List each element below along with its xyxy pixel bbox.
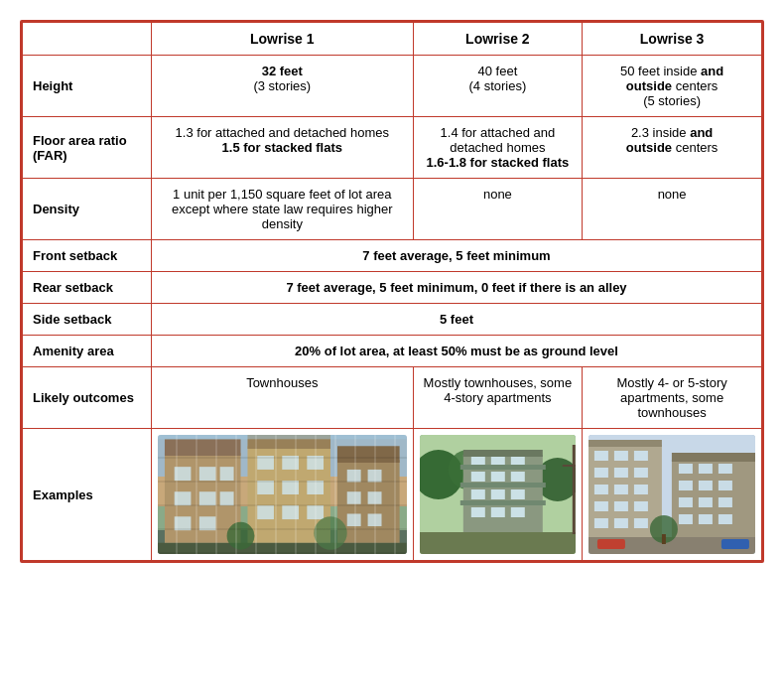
- far-lowrise3-line1: 2.3 inside and: [631, 125, 713, 140]
- table-row-front-setback: Front setback 7 feet average, 5 feet min…: [23, 240, 762, 272]
- svg-rect-50: [510, 489, 524, 499]
- svg-rect-59: [588, 440, 662, 447]
- svg-rect-62: [634, 451, 648, 461]
- far-lowrise2-line1: 1.4 for attached and detached homes: [441, 125, 556, 155]
- svg-rect-47: [510, 472, 524, 482]
- far-lowrise3-line2: outside: [626, 140, 672, 155]
- svg-rect-65: [634, 468, 648, 478]
- rear-setback-value: 7 feet average, 5 feet minimum, 0 feet i…: [152, 272, 762, 304]
- table-row-side-setback: Side setback 5 feet: [23, 304, 762, 336]
- building-overlay-1: [158, 435, 407, 554]
- outcomes-lowrise3: Mostly 4- or 5-story apartments, some to…: [583, 367, 762, 429]
- svg-rect-92: [597, 539, 625, 549]
- svg-rect-43: [490, 457, 504, 465]
- examples-lowrise2-photo: [420, 435, 577, 554]
- examples-lowrise1-photo: [158, 435, 407, 554]
- amenity-label: Amenity area: [23, 336, 152, 367]
- table-row-outcomes: Likely outcomes Townhouses Mostly townho…: [23, 367, 762, 429]
- side-setback-label: Side setback: [23, 304, 152, 336]
- height-lowrise3-outside-bold: outside: [626, 78, 672, 93]
- svg-rect-81: [699, 481, 713, 490]
- header-lowrise3: Lowrise 3: [583, 23, 762, 56]
- table-row-far: Floor area ratio (FAR) 1.3 for attached …: [23, 117, 762, 179]
- svg-rect-80: [679, 481, 693, 490]
- examples-lowrise2-cell: [413, 429, 583, 561]
- amenity-value: 20% of lot area, at least 50% must be as…: [152, 336, 762, 367]
- svg-rect-40: [459, 483, 545, 487]
- rear-setback-label: Rear setback: [23, 272, 152, 304]
- examples-lowrise3-photo: [588, 435, 755, 554]
- svg-rect-66: [594, 485, 608, 494]
- side-setback-value: 5 feet: [152, 304, 762, 336]
- svg-rect-87: [699, 514, 713, 524]
- far-label: Floor area ratio (FAR): [23, 117, 152, 179]
- height-lowrise3-sub: (5 stories): [643, 93, 701, 108]
- svg-rect-52: [490, 507, 504, 517]
- svg-rect-56: [562, 465, 576, 467]
- examples-lowrise1-cell: [152, 429, 414, 561]
- density-lowrise2: none: [413, 179, 583, 240]
- svg-rect-60: [594, 451, 608, 461]
- height-lowrise1-main: 32 feet: [262, 64, 303, 78]
- svg-rect-38: [462, 450, 542, 457]
- svg-rect-49: [490, 489, 504, 499]
- svg-rect-68: [634, 485, 648, 494]
- height-lowrise2-sub: (4 stories): [468, 78, 526, 93]
- svg-rect-82: [719, 481, 732, 490]
- svg-rect-74: [634, 518, 648, 528]
- table-row-height: Height 32 feet (3 stories) 40 feet (4 st…: [23, 56, 762, 117]
- far-lowrise1: 1.3 for attached and detached homes 1.5 …: [152, 117, 414, 179]
- svg-rect-73: [614, 518, 628, 528]
- far-lowrise1-line1: 1.3 for attached and detached homes: [176, 125, 389, 140]
- outcomes-lowrise2: Mostly townhouses, some 4-story apartmen…: [413, 367, 583, 429]
- svg-rect-41: [459, 500, 545, 505]
- svg-rect-45: [470, 472, 484, 482]
- svg-rect-71: [634, 501, 648, 511]
- svg-rect-46: [490, 472, 504, 482]
- table-row-examples: Examples: [23, 429, 762, 561]
- svg-rect-54: [420, 532, 577, 554]
- header-empty-cell: [23, 23, 152, 56]
- building-svg-3: [588, 435, 755, 554]
- svg-rect-77: [679, 464, 693, 474]
- comparison-table-wrapper: Lowrise 1 Lowrise 2 Lowrise 3 Height 32 …: [20, 20, 764, 563]
- svg-rect-85: [719, 497, 732, 507]
- table-row-amenity: Amenity area 20% of lot area, at least 5…: [23, 336, 762, 367]
- svg-rect-76: [672, 453, 755, 462]
- height-lowrise2-main: 40 feet: [478, 64, 518, 78]
- far-lowrise2: 1.4 for attached and detached homes 1.6-…: [413, 117, 583, 179]
- header-lowrise2: Lowrise 2: [413, 23, 583, 56]
- front-setback-label: Front setback: [23, 240, 152, 272]
- far-lowrise3: 2.3 inside and outside centers: [583, 117, 762, 179]
- examples-lowrise3-cell: [583, 429, 762, 561]
- far-lowrise2-line2: 1.6-1.8 for stacked flats: [426, 155, 569, 170]
- comparison-table: Lowrise 1 Lowrise 2 Lowrise 3 Height 32 …: [22, 22, 762, 561]
- header-lowrise1: Lowrise 1: [152, 23, 414, 56]
- svg-rect-63: [594, 468, 608, 478]
- svg-rect-51: [470, 507, 484, 517]
- outcomes-lowrise1: Townhouses: [152, 367, 414, 429]
- table-row-rear-setback: Rear setback 7 feet average, 5 feet mini…: [23, 272, 762, 304]
- density-lowrise1: 1 unit per 1,150 square feet of lot area…: [152, 179, 414, 240]
- svg-rect-64: [614, 468, 628, 478]
- svg-rect-86: [679, 514, 693, 524]
- svg-rect-72: [594, 518, 608, 528]
- examples-label: Examples: [23, 429, 152, 561]
- height-lowrise1-sub: (3 stories): [253, 78, 311, 93]
- svg-rect-84: [699, 497, 713, 507]
- svg-rect-53: [510, 507, 524, 517]
- svg-rect-48: [470, 489, 484, 499]
- svg-rect-55: [572, 445, 575, 534]
- height-lowrise3-bold: and: [701, 64, 723, 78]
- svg-rect-88: [719, 514, 732, 524]
- svg-rect-91: [662, 534, 666, 544]
- svg-rect-67: [614, 485, 628, 494]
- svg-rect-44: [510, 457, 524, 465]
- svg-rect-78: [699, 464, 713, 474]
- far-lowrise1-line2: 1.5 for stacked flats: [222, 140, 342, 155]
- svg-rect-70: [614, 501, 628, 511]
- outcomes-label: Likely outcomes: [23, 367, 152, 429]
- front-setback-value: 7 feet average, 5 feet minimum: [152, 240, 762, 272]
- svg-rect-79: [719, 464, 732, 474]
- density-label: Density: [23, 179, 152, 240]
